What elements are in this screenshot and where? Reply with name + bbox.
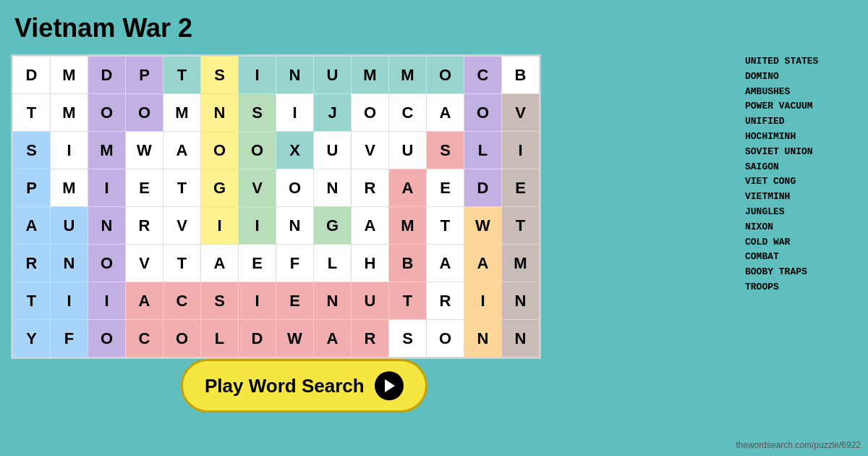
grid-cell: R — [352, 169, 389, 207]
grid-cell: O — [427, 56, 464, 94]
grid-cell: T — [163, 245, 201, 282]
word-list-item: COLD WAR — [745, 235, 861, 250]
grid-cell: S — [389, 320, 427, 358]
grid-cell: N — [51, 245, 88, 282]
grid-cell: A — [13, 207, 51, 245]
grid-cell: P — [126, 56, 163, 94]
grid-cell: M — [163, 94, 201, 132]
grid-row: P M I E T G V O N R A E D E — [13, 169, 540, 207]
word-list-item: SOVIET UNION — [745, 145, 861, 160]
grid-cell: A — [427, 94, 464, 132]
grid-cell: N — [276, 56, 314, 94]
grid-cell: B — [389, 245, 427, 282]
grid-cell: A — [389, 169, 427, 207]
grid-cell: A — [126, 282, 163, 320]
word-list-item: AMBUSHES — [745, 85, 861, 100]
grid-cell: R — [126, 207, 163, 245]
word-list-item: TROOPS — [745, 280, 861, 295]
grid-cell: O — [201, 132, 239, 169]
grid-cell: I — [239, 207, 276, 245]
grid-row: T I I A C S I E N U T R I N — [13, 282, 540, 320]
grid-row: D M D P T S I N U M M O C B — [13, 56, 540, 94]
grid-cell: O — [427, 320, 464, 358]
word-list-item: VIET CONG — [745, 174, 861, 190]
grid-cell: P — [13, 169, 51, 207]
grid-cell: N — [276, 207, 314, 245]
grid-cell: E — [126, 169, 163, 207]
grid-cell: I — [51, 282, 88, 320]
grid-cell: I — [201, 207, 239, 245]
grid-cell: T — [389, 282, 427, 320]
grid-cell: E — [502, 169, 540, 207]
word-list-item: POWER VACUUM — [745, 99, 861, 114]
grid-cell: G — [314, 207, 352, 245]
grid-cell: O — [126, 94, 163, 132]
grid-cell: I — [88, 169, 126, 207]
grid-cell: U — [352, 282, 389, 320]
word-list-item: COMBAT — [745, 250, 861, 265]
grid-cell: N — [502, 282, 540, 320]
grid-cell: S — [239, 94, 276, 132]
grid-cell: A — [352, 207, 389, 245]
grid-cell: I — [239, 56, 276, 94]
grid-cell: N — [502, 320, 540, 358]
grid-cell: T — [502, 207, 540, 245]
grid-cell: R — [427, 282, 464, 320]
grid-cell: F — [51, 320, 88, 358]
grid-row: R N O V T A E F L H B A A M — [13, 245, 540, 282]
grid-cell: M — [502, 245, 540, 282]
grid-cell: B — [502, 56, 540, 94]
grid-cell: D — [13, 56, 51, 94]
grid-cell: M — [88, 132, 126, 169]
word-list-item: UNITED STATES — [745, 54, 861, 69]
grid-cell: V — [352, 132, 389, 169]
grid-cell: S — [427, 132, 464, 169]
grid-cell: O — [464, 94, 502, 132]
grid-cell: E — [239, 245, 276, 282]
grid-cell: S — [13, 132, 51, 169]
grid-cell: C — [126, 320, 163, 358]
grid-cell: N — [88, 207, 126, 245]
grid-cell: R — [352, 320, 389, 358]
page-title: Vietnam War 2 — [14, 13, 192, 43]
grid-cell: V — [502, 94, 540, 132]
grid-cell: F — [276, 245, 314, 282]
grid-cell: D — [239, 320, 276, 358]
grid-cell: V — [239, 169, 276, 207]
word-list-item: HOCHIMINH — [745, 130, 861, 145]
grid-cell: T — [13, 94, 51, 132]
grid-cell: O — [163, 320, 201, 358]
play-icon — [375, 371, 404, 400]
word-list-item: VIETMINH — [745, 190, 861, 205]
grid-cell: Y — [13, 320, 51, 358]
grid-cell: M — [389, 207, 427, 245]
grid-cell: L — [314, 245, 352, 282]
word-search-grid: D M D P T S I N U M M O C B T M O O M N … — [11, 54, 541, 359]
grid-cell: E — [427, 169, 464, 207]
grid-row: Y F O C O L D W A R S O N N — [13, 320, 540, 358]
grid-cell: U — [314, 56, 352, 94]
grid-cell: C — [464, 56, 502, 94]
grid-cell: R — [13, 245, 51, 282]
grid-cell: O — [88, 245, 126, 282]
play-word-search-button[interactable]: Play Word Search — [181, 359, 427, 413]
grid-cell: M — [51, 169, 88, 207]
grid-cell: N — [201, 94, 239, 132]
word-list: UNITED STATES DOMINO AMBUSHES POWER VACU… — [745, 54, 861, 295]
grid-cell: C — [389, 94, 427, 132]
grid-cell: N — [314, 282, 352, 320]
grid-cell: O — [88, 94, 126, 132]
grid-cell: V — [126, 245, 163, 282]
grid-cell: I — [276, 94, 314, 132]
grid-cell: W — [276, 320, 314, 358]
grid-cell: I — [51, 132, 88, 169]
grid-cell: W — [464, 207, 502, 245]
grid-cell: S — [201, 56, 239, 94]
grid-cell: W — [126, 132, 163, 169]
grid-cell: O — [276, 169, 314, 207]
grid-cell: O — [352, 94, 389, 132]
grid-cell: T — [427, 207, 464, 245]
grid-cell: O — [88, 320, 126, 358]
grid-cell: U — [51, 207, 88, 245]
word-list-item: UNIFIED — [745, 114, 861, 130]
